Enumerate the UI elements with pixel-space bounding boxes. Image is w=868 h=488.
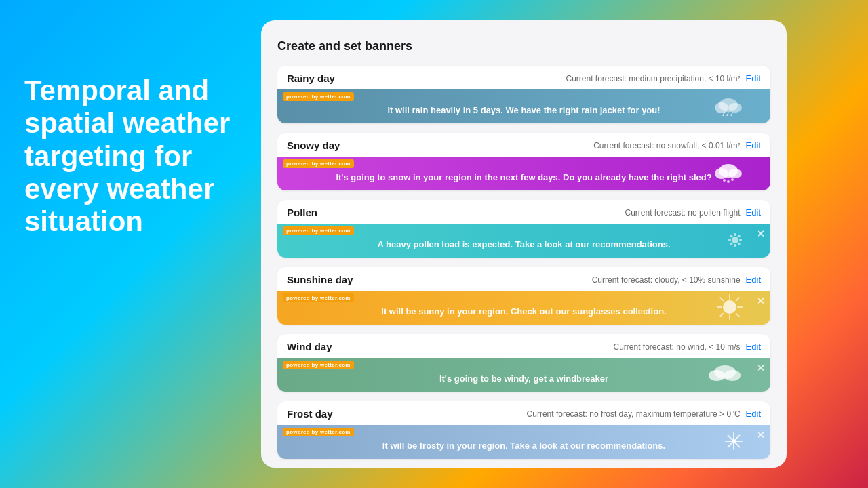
banner-text-pollen: A heavy pollen load is expected. Take a …: [287, 239, 761, 249]
weather-icon-snowy: [713, 161, 743, 186]
edit-link-pollen[interactable]: Edit: [746, 207, 761, 218]
weather-icon-wind: [707, 363, 743, 387]
forecast-edit-sunshine: Current forecast: cloudy, < 10% sunshine…: [592, 274, 761, 285]
svg-point-2: [728, 103, 742, 113]
powered-badge-sunshine: powered by wetter.com: [283, 293, 354, 302]
banner-title-pollen: Pollen: [287, 207, 317, 218]
banner-text-snowy: It's going to snow in your region in the…: [287, 172, 761, 182]
banner-section-pollen: Pollen Current forecast: no pollen fligh…: [277, 200, 770, 258]
banner-header-wind: Wind day Current forecast: no wind, < 10…: [277, 334, 770, 358]
banner-header-rainy: Rainy day Current forecast: medium preci…: [277, 66, 770, 89]
forecast-edit-rainy: Current forecast: medium precipitation, …: [566, 73, 761, 83]
svg-point-10: [727, 180, 730, 183]
banner-title-snowy: Snowy day: [287, 140, 340, 151]
svg-point-18: [738, 242, 741, 245]
edit-link-snowy[interactable]: Edit: [746, 140, 761, 150]
svg-line-5: [731, 113, 732, 116]
edit-link-rainy[interactable]: Edit: [746, 73, 761, 83]
svg-point-16: [739, 239, 742, 241]
banner-forecast-frost: Current forecast: no frost day, maximum …: [527, 409, 741, 419]
banner-forecast-wind: Current forecast: no wind, < 10 m/s: [614, 342, 741, 352]
svg-point-9: [723, 179, 726, 182]
forecast-edit-frost: Current forecast: no frost day, maximum …: [527, 409, 761, 419]
powered-badge-frost: powered by wetter.com: [283, 428, 354, 436]
weather-icon-rainy: [713, 96, 743, 118]
forecast-edit-wind: Current forecast: no wind, < 10 m/s Edit: [614, 342, 762, 352]
banner-forecast-rainy: Current forecast: medium precipitation, …: [566, 74, 740, 83]
banner-section-wind: Wind day Current forecast: no wind, < 10…: [277, 334, 770, 392]
svg-line-28: [736, 298, 739, 300]
svg-point-15: [728, 239, 731, 241]
svg-point-14: [734, 244, 736, 247]
right-panel: Create and set banners Rainy day Current…: [261, 20, 787, 468]
banner-preview-rainy: powered by wetter.com It will rain heavi…: [277, 89, 770, 123]
banner-text-rainy: It will rain heavily in 5 days. We have …: [287, 105, 761, 115]
svg-point-31: [709, 370, 725, 381]
banner-text-wind: It's going to be windy, get a windbreake…: [287, 373, 761, 384]
banners-container: Rainy day Current forecast: medium preci…: [277, 66, 770, 459]
banner-forecast-sunshine: Current forecast: cloudy, < 10% sunshine: [592, 275, 741, 285]
banner-preview-frost: powered by wetter.com It will be frosty …: [277, 425, 770, 459]
banner-preview-sunshine: powered by wetter.com It will be sunny i…: [277, 291, 770, 325]
svg-line-27: [736, 313, 739, 316]
svg-point-13: [734, 233, 736, 236]
panel-title: Create and set banners: [277, 39, 770, 54]
svg-point-17: [730, 235, 732, 237]
powered-badge-snowy: powered by wetter.com: [283, 159, 354, 168]
svg-point-8: [728, 169, 742, 178]
banner-preview-snowy: powered by wetter.com It's going to snow…: [277, 157, 770, 190]
banner-section-rainy: Rainy day Current forecast: medium preci…: [277, 66, 770, 123]
svg-point-21: [723, 300, 736, 314]
svg-point-7: [715, 168, 728, 179]
banner-section-snowy: Snowy day Current forecast: no snowfall,…: [277, 133, 770, 190]
banner-header-pollen: Pollen Current forecast: no pollen fligh…: [277, 200, 770, 224]
svg-point-37: [732, 439, 736, 443]
edit-link-wind[interactable]: Edit: [746, 342, 761, 352]
weather-icon-frost: [724, 432, 743, 453]
powered-badge-pollen: powered by wetter.com: [283, 226, 354, 235]
banner-section-sunshine: Sunshine day Current forecast: cloudy, <…: [277, 267, 770, 325]
svg-line-26: [720, 298, 723, 300]
edit-link-sunshine[interactable]: Edit: [746, 274, 761, 285]
headline: Temporal and spatial weather targeting f…: [24, 75, 248, 238]
svg-point-11: [731, 178, 734, 181]
banner-text-frost: It will be frosty in your region. Take a…: [287, 441, 761, 451]
svg-point-12: [732, 237, 738, 243]
banner-section-frost: Frost day Current forecast: no frost day…: [277, 401, 770, 459]
svg-point-32: [724, 370, 741, 381]
powered-badge-wind: powered by wetter.com: [283, 361, 354, 369]
left-panel: Temporal and spatial weather targeting f…: [24, 75, 248, 238]
banner-title-rainy: Rainy day: [287, 73, 335, 84]
banner-preview-wind: powered by wetter.com It's going to be w…: [277, 358, 770, 392]
banner-title-sunshine: Sunshine day: [287, 274, 353, 285]
close-btn-sunshine[interactable]: ✕: [757, 296, 765, 306]
weather-icon-sunshine: [716, 293, 743, 323]
forecast-edit-snowy: Current forecast: no snowfall, < 0.01 l/…: [593, 140, 761, 150]
svg-line-4: [727, 113, 728, 116]
banner-forecast-pollen: Current forecast: no pollen flight: [625, 208, 741, 218]
banner-header-sunshine: Sunshine day Current forecast: cloudy, <…: [277, 267, 770, 291]
svg-line-29: [720, 313, 723, 316]
weather-icon-pollen: [727, 232, 743, 250]
powered-badge-rainy: powered by wetter.com: [283, 92, 354, 101]
banner-header-snowy: Snowy day Current forecast: no snowfall,…: [277, 133, 770, 157]
close-btn-frost[interactable]: ✕: [757, 430, 765, 440]
banner-preview-pollen: powered by wetter.com A heavy pollen loa…: [277, 224, 770, 258]
forecast-edit-pollen: Current forecast: no pollen flight Edit: [625, 207, 762, 218]
banner-header-frost: Frost day Current forecast: no frost day…: [277, 401, 770, 425]
close-btn-wind[interactable]: ✕: [757, 363, 765, 373]
banner-forecast-snowy: Current forecast: no snowfall, < 0.01 l/…: [593, 141, 740, 150]
banner-text-sunshine: It will be sunny in your region. Check o…: [287, 306, 761, 317]
svg-point-19: [738, 235, 741, 237]
close-btn-pollen[interactable]: ✕: [757, 229, 765, 239]
svg-point-1: [715, 102, 728, 113]
edit-link-frost[interactable]: Edit: [746, 409, 761, 419]
banner-title-frost: Frost day: [287, 408, 333, 420]
svg-point-20: [730, 242, 732, 245]
banner-title-wind: Wind day: [287, 341, 332, 352]
